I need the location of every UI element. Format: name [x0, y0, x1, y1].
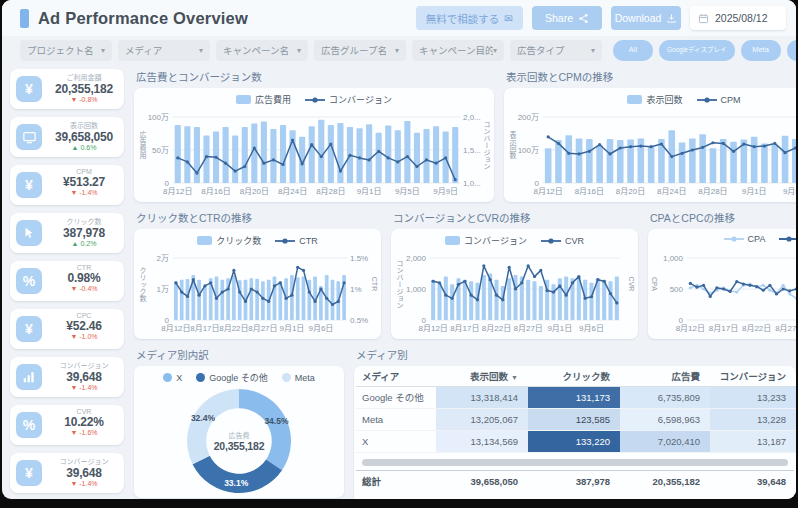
svg-text:9月6日: 9月6日 — [579, 324, 604, 333]
chart-svg: 01万2万0.5%1%1.5%8月12日8月17日8月22日8月27日9月1日9… — [139, 252, 377, 335]
table-row: Google その他13,318,414131,1736,735,80913,2… — [356, 387, 794, 409]
chart-plot: 01,0002,0008月12日8月17日8月22日8月27日9月1日9月6日 — [396, 252, 634, 335]
chart-legend: クリック数CTR — [134, 234, 381, 247]
kpi-value: 20,355,182 — [48, 82, 120, 96]
media-chips: AllGoogleディスプレイMetaXTikTok — [613, 40, 796, 61]
table-row: X13,134,569133,2207,020,41013,187 — [356, 431, 794, 453]
sort-desc-icon: ▼ — [511, 374, 518, 381]
media-chip-3[interactable]: X — [787, 40, 796, 61]
share-button[interactable]: Share — [532, 6, 602, 30]
total-value: 20,355,182 — [620, 471, 710, 493]
filter-dropdown-label: メディア — [125, 43, 199, 57]
legend-item: 広告費用 — [236, 93, 291, 106]
filter-bar: プロジェクト名▾メディア▾キャンペーン名▾広告グループ名▾キャンペーン目的▾広告… — [2, 36, 796, 64]
date-range-picker[interactable]: 2025/08/12 — [690, 6, 786, 30]
table-header-row: メディア表示回数▼クリック数広告費コンバージョン — [356, 367, 794, 387]
y-axis-label-right: CTR — [371, 277, 378, 291]
value-cell: 133,220 — [528, 431, 620, 453]
chart-svg: 0100万200万8月12日8月16日8月20日8月24日8月28日9月1日9月… — [509, 111, 796, 198]
kpi-label: 表示回数 — [48, 120, 120, 130]
y-axis-label-left: CPA — [651, 277, 658, 291]
legend-item: 表示回数 — [627, 93, 682, 106]
svg-text:8月27日: 8月27日 — [248, 324, 277, 333]
kpi-delta: ▼ -1.0% — [48, 333, 120, 340]
filter-dropdown-4[interactable]: キャンペーン目的▾ — [412, 40, 504, 61]
donut-center-label: 広告費 — [214, 430, 265, 440]
mail-icon: ✉ — [504, 12, 513, 24]
chart-section-clicks-ctr: クリック数とCTRの推移クリック数CTR01万2万0.5%1%1.5%8月12日… — [134, 210, 381, 339]
y-axis-label-left: 広告費用 — [137, 131, 147, 159]
svg-text:2,000: 2,000 — [406, 254, 427, 263]
svg-text:1%: 1% — [350, 285, 362, 294]
kpi-card-2: ¥CPM¥513.27▼ -1.4% — [10, 165, 124, 205]
legend-item: CPC — [779, 234, 796, 244]
filter-dropdown-label: キャンペーン目的 — [419, 43, 493, 57]
chart-title: コンバージョンとCVRの推移 — [393, 210, 638, 225]
percent-icon: % — [16, 412, 42, 438]
svg-text:9月6日: 9月6日 — [308, 324, 333, 333]
svg-text:50万: 50万 — [152, 146, 169, 155]
filter-dropdown-label: 広告グループ名 — [321, 43, 395, 57]
chart-plot: 05001,0008月12日8月17日8月22日8月27日9月1日 — [653, 252, 796, 335]
y-axis-label-left: コンバージョン — [394, 260, 404, 309]
filter-dropdown-0[interactable]: プロジェクト名▾ — [20, 40, 112, 61]
title-accent-bar — [20, 9, 29, 28]
calendar-icon — [698, 13, 709, 24]
legend-bar-swatch — [445, 236, 460, 245]
legend-label: Google その他 — [209, 371, 268, 384]
chevron-down-icon: ▾ — [493, 46, 497, 55]
legend-item: CTR — [275, 236, 318, 246]
donut-center: 広告費20,355,182 — [214, 430, 265, 452]
chart-panel: コンバージョンCVR01,0002,0008月12日8月17日8月22日8月27… — [391, 229, 638, 339]
media-chip-1[interactable]: Googleディスプレイ — [659, 40, 735, 61]
svg-text:8月16日: 8月16日 — [575, 187, 604, 196]
svg-text:2万: 2万 — [157, 254, 169, 263]
table-horizontal-scrollbar[interactable] — [362, 459, 788, 466]
media-name-cell: X — [356, 431, 436, 453]
chevron-down-icon: ▾ — [591, 46, 595, 55]
media-table-section: メディア別 メディア表示回数▼クリック数広告費コンバージョンGoogle その他… — [354, 347, 796, 499]
kpi-delta: ▼ -0.8% — [48, 96, 120, 103]
svg-text:1.5%: 1.5% — [350, 254, 368, 263]
legend-item: コンバージョン — [445, 234, 527, 247]
svg-text:8月20日: 8月20日 — [240, 187, 269, 196]
svg-text:1万: 1万 — [157, 285, 169, 294]
legend-item: Google その他 — [196, 371, 268, 384]
legend-label: Meta — [295, 373, 315, 383]
media-chip-0[interactable]: All — [613, 40, 653, 61]
chart-section-cpa-cpc: CPAとCPCの推移CPACPC05001,0008月12日8月17日8月22日… — [648, 210, 796, 339]
legend-item: CPA — [724, 234, 766, 244]
table-total-row: 総計39,658,050387,97820,355,18239,648 — [356, 470, 794, 493]
filter-dropdown-2[interactable]: キャンペーン名▾ — [216, 40, 308, 61]
charts-area: 広告費とコンバージョン数広告費用コンバージョン050万100万1,0...1,5… — [132, 69, 796, 499]
total-value: 387,978 — [528, 471, 620, 493]
svg-text:8月24日: 8月24日 — [278, 187, 307, 196]
total-value: 39,648 — [710, 471, 796, 493]
filter-dropdown-1[interactable]: メディア▾ — [118, 40, 210, 61]
consult-button[interactable]: 無料で相談する ✉ — [416, 6, 523, 30]
chart-plot: 0100万200万8月12日8月16日8月20日8月24日8月28日9月1日9月… — [509, 111, 796, 198]
kpi-delta: ▼ -1.4% — [48, 384, 120, 391]
y-axis-label-left: 表示回数 — [507, 131, 517, 159]
kpi-value: 10.22% — [48, 415, 120, 429]
filter-dropdown-3[interactable]: 広告グループ名▾ — [314, 40, 406, 61]
filter-dropdown-5[interactable]: 広告タイプ▾ — [510, 40, 602, 61]
column-header-1[interactable]: 表示回数▼ — [436, 367, 528, 387]
table-title: メディア別 — [356, 347, 796, 362]
download-button[interactable]: Download — [611, 6, 681, 30]
legend-label: クリック数 — [216, 234, 261, 247]
svg-text:8月22日: 8月22日 — [742, 324, 771, 333]
chart-panel: 表示回数CPM0100万200万8月12日8月16日8月20日8月24日8月28… — [504, 88, 796, 202]
legend-label: コンバージョン — [464, 234, 527, 247]
svg-text:0.5%: 0.5% — [350, 316, 368, 325]
filter-dropdown-label: 広告タイプ — [517, 43, 591, 57]
svg-text:8月17日: 8月17日 — [450, 324, 479, 333]
page-title: Ad Performance Overview — [38, 9, 248, 28]
media-chip-2[interactable]: Meta — [741, 40, 781, 61]
kpi-delta: ▲ 0.6% — [48, 144, 120, 151]
legend-label: CPM — [721, 95, 741, 105]
kpi-card-7: %CVR10.22%▼ -1.6% — [10, 405, 124, 445]
donut-chart: 34.5%33.1%32.4%広告費20,355,182 — [134, 386, 344, 494]
legend-line-swatch — [779, 235, 796, 243]
total-label: 総計 — [356, 471, 436, 493]
